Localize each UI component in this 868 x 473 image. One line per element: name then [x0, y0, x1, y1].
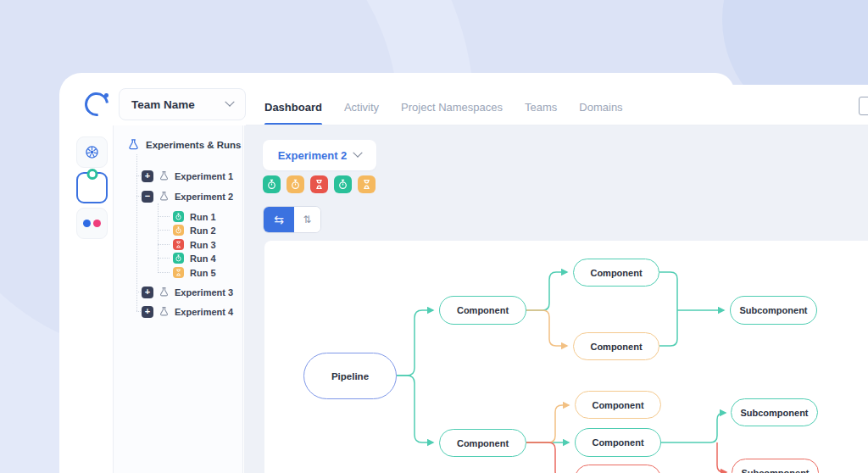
- tree-guide-line: [158, 216, 170, 217]
- tree-item-run-5[interactable]: Run 5: [173, 267, 216, 278]
- team-selector[interactable]: Team Name: [119, 88, 246, 120]
- swap-vertical-icon: ⇅: [303, 214, 311, 225]
- two-dots-icon: [83, 220, 101, 227]
- team-selector-label: Team Name: [131, 98, 195, 111]
- expand-button[interactable]: +: [142, 287, 153, 298]
- tab-project-namespaces[interactable]: Project Namespaces: [401, 88, 503, 125]
- experiment-selector[interactable]: Experiment 2: [263, 140, 376, 170]
- tab-domains[interactable]: Domains: [579, 88, 622, 125]
- swap-horizontal-icon: ⇆: [274, 213, 284, 226]
- chevron-down-icon: [353, 148, 363, 158]
- stopwatch-icon: [173, 211, 184, 222]
- tree-guide-line: [158, 203, 159, 273]
- flask-icon: [159, 287, 170, 298]
- hourglass-icon: [173, 267, 184, 278]
- main-tab-bar: Dashboard Activity Project Namespaces Te…: [264, 88, 623, 125]
- flask-icon: [159, 306, 170, 317]
- tree-guide-line: [158, 272, 170, 273]
- flask-icon: [159, 170, 170, 181]
- tree-item-run-4[interactable]: Run 4: [173, 253, 216, 264]
- expand-button[interactable]: +: [142, 170, 153, 182]
- node-subcomponent-a[interactable]: Subcomponent: [730, 296, 817, 325]
- sidebar-item-experiments[interactable]: [76, 172, 108, 203]
- tree-item-run-2[interactable]: Run 2: [173, 225, 216, 236]
- chevron-down-icon: [225, 97, 234, 107]
- sidebar-item-kubernetes[interactable]: [76, 136, 108, 168]
- hourglass-icon[interactable]: [358, 175, 376, 193]
- node-subcomponent-b2[interactable]: Subcomponent: [732, 459, 819, 473]
- node-component-b3[interactable]: Component: [575, 465, 661, 473]
- node-component-b2[interactable]: Component: [575, 428, 661, 457]
- tree-item-run-3[interactable]: Run 3: [173, 239, 216, 250]
- stopwatch-icon[interactable]: [263, 175, 281, 193]
- node-component-a1[interactable]: Component: [573, 259, 659, 287]
- collapse-button[interactable]: −: [142, 191, 153, 203]
- run-status-filter-row: [263, 175, 376, 193]
- tree-guide-line: [136, 154, 137, 311]
- expand-button[interactable]: +: [142, 306, 153, 318]
- tree-item-experiment-4[interactable]: + Experiment 4: [142, 305, 233, 318]
- experiments-tree-title: Experiments & Runs: [127, 138, 241, 151]
- tree-guide-line: [158, 230, 170, 231]
- stopwatch-icon: [173, 225, 184, 236]
- node-component-b[interactable]: Component: [439, 429, 526, 457]
- kubernetes-wheel-icon: [84, 144, 100, 160]
- node-component-a2[interactable]: Component: [573, 332, 659, 360]
- horizontal-layout-button[interactable]: ⇆: [264, 207, 294, 232]
- flask-icon: [127, 138, 140, 151]
- app-logo-dot: [104, 93, 108, 97]
- hourglass-icon: [173, 239, 184, 250]
- stopwatch-icon[interactable]: [334, 175, 352, 193]
- tab-teams[interactable]: Teams: [525, 88, 557, 125]
- tree-guide-line: [158, 258, 170, 259]
- tree-item-experiment-1[interactable]: + Experiment 1: [142, 170, 233, 182]
- node-component-a[interactable]: Component: [439, 296, 526, 325]
- node-pipeline[interactable]: Pipeline: [303, 353, 397, 399]
- stopwatch-icon[interactable]: [287, 175, 304, 193]
- tree-item-experiment-3[interactable]: + Experiment 3: [142, 286, 233, 298]
- active-status-badge-icon: [86, 169, 97, 180]
- node-subcomponent-b1[interactable]: Subcomponent: [731, 398, 818, 426]
- clipboard-icon[interactable]: [859, 97, 868, 115]
- tab-activity[interactable]: Activity: [344, 88, 379, 125]
- flask-icon: [159, 191, 170, 202]
- hourglass-icon[interactable]: [310, 175, 328, 193]
- tab-dashboard[interactable]: Dashboard: [264, 88, 322, 125]
- tree-item-experiment-2[interactable]: − Experiment 2: [142, 190, 233, 203]
- node-component-b1[interactable]: Component: [575, 391, 661, 419]
- app-screen: Team Name Dashboard Activity Project Nam…: [0, 0, 868, 473]
- vertical-layout-button[interactable]: ⇅: [294, 207, 320, 232]
- tree-item-run-1[interactable]: Run 1: [173, 211, 216, 222]
- sidebar-item-runs-compare[interactable]: [76, 208, 108, 239]
- stopwatch-icon: [173, 253, 184, 264]
- tree-guide-line: [158, 244, 170, 245]
- experiment-selector-label: Experiment 2: [278, 149, 348, 162]
- layout-direction-toggle: ⇆ ⇅: [263, 206, 321, 233]
